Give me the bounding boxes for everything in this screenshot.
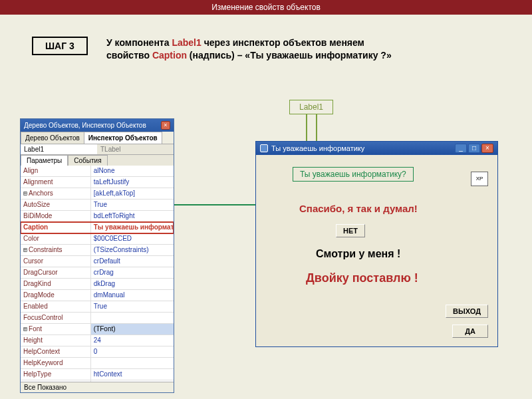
property-name: HelpKeyword xyxy=(21,358,91,368)
xp-manifest-icon[interactable]: XP xyxy=(471,172,488,186)
property-name: ⊞Anchors xyxy=(21,188,91,199)
label-watch[interactable]: Смотри у меня ! xyxy=(316,248,400,260)
property-row[interactable]: AlignmenttaLeftJustify xyxy=(21,177,174,188)
minimize-icon[interactable]: _ xyxy=(455,144,467,153)
object-type: TLabel xyxy=(97,144,174,154)
property-row[interactable]: FocusControl xyxy=(21,313,174,324)
intro-text: У компонента Label1 через инспектор объе… xyxy=(106,37,406,62)
property-value[interactable] xyxy=(91,313,174,323)
property-row[interactable]: CursorcrDefault xyxy=(21,256,174,267)
property-value[interactable]: [akLeft,akTop] xyxy=(91,188,174,199)
maximize-icon[interactable]: □ xyxy=(468,144,480,153)
property-value[interactable]: dmManual xyxy=(91,290,174,301)
expand-icon[interactable]: ⊞ xyxy=(23,246,27,253)
property-value[interactable]: 24 xyxy=(91,335,174,346)
label-thanks[interactable]: Спасибо, я так и думал! xyxy=(299,203,418,214)
tab-tree[interactable]: Дерево Объектов xyxy=(21,132,84,144)
connector-line xyxy=(170,204,259,205)
form-title: Ты уважаешь информатику xyxy=(271,144,364,152)
object-inspector-window: Дерево Объектов, Инспектор Объектов × Де… xyxy=(20,118,174,393)
property-row[interactable]: ⊞Constraints(TSizeConstraints) xyxy=(21,245,174,256)
property-name: ⊞Font xyxy=(21,324,91,334)
property-name: Cursor xyxy=(21,256,91,267)
property-name: Height xyxy=(21,335,91,346)
property-name: BiDiMode xyxy=(21,211,91,221)
property-name: Color xyxy=(21,233,91,244)
designer-form-window: Ты уважаешь информатику _ □ × Ты уважаеш… xyxy=(255,141,498,347)
property-name: DragKind xyxy=(21,279,91,289)
property-name: Hint xyxy=(21,380,91,382)
form-titlebar[interactable]: Ты уважаешь информатику _ □ × xyxy=(256,142,497,155)
property-name: Enabled xyxy=(21,301,91,312)
property-name: DragCursor xyxy=(21,267,91,278)
intro-property: Caption xyxy=(152,50,187,61)
property-value[interactable]: $00C0ECED xyxy=(91,233,174,244)
property-value[interactable]: alNone xyxy=(91,166,174,176)
property-row[interactable]: ⊞Anchors[akLeft,akTop] xyxy=(21,188,174,200)
property-value[interactable]: bdLeftToRight xyxy=(91,211,174,221)
property-row[interactable]: Height24 xyxy=(21,335,174,346)
property-name: FocusControl xyxy=(21,313,91,323)
property-name: HelpType xyxy=(21,369,91,380)
property-name: ⊞Constraints xyxy=(21,245,91,255)
property-value[interactable]: (TSizeConstraints) xyxy=(91,245,174,255)
property-value[interactable]: True xyxy=(91,200,174,210)
property-row[interactable]: DragModedmManual xyxy=(21,290,174,301)
property-name: DragMode xyxy=(21,290,91,301)
label1-question[interactable]: Ты уважаешь информатику? xyxy=(293,167,414,182)
inspector-title: Дерево Объектов, Инспектор Объектов xyxy=(24,122,146,129)
property-row[interactable]: ⊞Font(TFont) xyxy=(21,324,174,335)
intro-seg: (надпись) – «Ты уважаешь информатику ?» xyxy=(187,50,392,61)
property-row[interactable]: CaptionТы уважаешь информатику? xyxy=(21,222,174,233)
yes-button[interactable]: ДА xyxy=(452,325,488,338)
inspector-tabs: Дерево Объектов Инспектор Объектов xyxy=(21,132,174,144)
form-client-area[interactable]: Ты уважаешь информатику? XP Спасибо, я т… xyxy=(256,155,497,346)
inspector-object-select[interactable]: Label1 TLabel xyxy=(21,144,174,155)
property-name: Alignment xyxy=(21,177,91,188)
object-name: Label1 xyxy=(21,144,97,154)
property-value[interactable] xyxy=(91,380,174,382)
property-row[interactable]: AutoSizeTrue xyxy=(21,200,174,211)
property-value[interactable]: (TFont) xyxy=(91,324,174,334)
close-icon[interactable]: × xyxy=(161,121,170,130)
app-icon xyxy=(260,144,268,152)
property-value[interactable] xyxy=(91,358,174,368)
inspector-subtabs: Параметры События xyxy=(21,155,174,166)
expand-icon[interactable]: ⊞ xyxy=(23,190,27,197)
property-row[interactable]: DragKinddkDrag xyxy=(21,279,174,290)
expand-icon[interactable]: ⊞ xyxy=(23,325,27,332)
property-row[interactable]: EnabledTrue xyxy=(21,301,174,313)
property-value[interactable]: Ты уважаешь информатику? xyxy=(91,222,174,233)
property-value[interactable]: True xyxy=(91,301,174,312)
property-row[interactable]: HelpTypehtContext xyxy=(21,369,174,380)
property-value[interactable]: 0 xyxy=(91,346,174,357)
intro-component: Label1 xyxy=(172,37,201,48)
tab-inspector[interactable]: Инспектор Объектов xyxy=(84,132,162,144)
inspector-titlebar[interactable]: Дерево Объектов, Инспектор Объектов × xyxy=(21,119,174,132)
subtab-events[interactable]: События xyxy=(68,155,107,166)
label-two[interactable]: Двойку поставлю ! xyxy=(306,271,418,285)
page-title: Изменение свойств объектов xyxy=(0,0,532,15)
exit-button[interactable]: ВЫХОД xyxy=(446,305,488,318)
property-grid[interactable]: AlignalNoneAlignmenttaLeftJustify⊞Anchor… xyxy=(21,166,174,382)
property-row[interactable]: Color$00C0ECED xyxy=(21,233,174,245)
property-name: HelpContext xyxy=(21,346,91,357)
property-name: AutoSize xyxy=(21,200,91,210)
property-name: Align xyxy=(21,166,91,176)
no-button[interactable]: НЕТ xyxy=(336,224,365,237)
property-row[interactable]: BiDiModebdLeftToRight xyxy=(21,211,174,222)
property-value[interactable]: crDrag xyxy=(91,267,174,278)
property-row[interactable]: HelpContext0 xyxy=(21,346,174,358)
property-value[interactable]: dkDrag xyxy=(91,279,174,289)
intro-seg: У компонента xyxy=(106,37,172,48)
property-row[interactable]: DragCursorcrDrag xyxy=(21,267,174,279)
property-value[interactable]: htContext xyxy=(91,369,174,380)
property-value[interactable]: crDefault xyxy=(91,256,174,267)
property-value[interactable]: taLeftJustify xyxy=(91,177,174,188)
property-row[interactable]: AlignalNone xyxy=(21,166,174,177)
subtab-params[interactable]: Параметры xyxy=(21,155,68,166)
close-icon[interactable]: × xyxy=(481,144,493,153)
inspector-footer: Все Показано xyxy=(21,382,174,392)
property-row[interactable]: Hint xyxy=(21,380,174,382)
property-row[interactable]: HelpKeyword xyxy=(21,358,174,369)
